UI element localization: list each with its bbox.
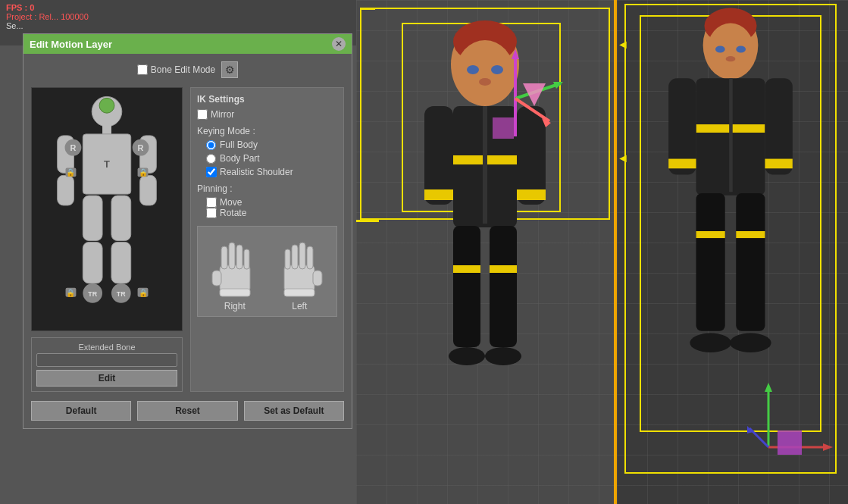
mannequin-panel: T R R <box>31 87 183 331</box>
move-input[interactable] <box>206 197 217 208</box>
left-arrow-mid: ◄ <box>617 152 629 165</box>
full-body-label: Full Body <box>220 139 258 150</box>
svg-rect-39 <box>299 243 305 269</box>
right-hand-label: Right <box>224 301 246 311</box>
full-body-radio-input[interactable] <box>206 140 216 150</box>
viewport-left <box>356 0 614 504</box>
mirror-input[interactable] <box>197 109 208 120</box>
svg-rect-85 <box>696 231 725 238</box>
pinning-label: Pinning : <box>197 183 337 194</box>
rotate-input[interactable] <box>206 208 217 218</box>
svg-text:🔒: 🔒 <box>139 288 149 298</box>
svg-text:🔒: 🔒 <box>66 167 76 177</box>
svg-text:TR: TR <box>88 290 97 298</box>
edit-motion-layer-dialog: Edit Motion Layer ✕ Bone Edit Mode ⚙ <box>23 33 352 429</box>
bone-edit-mode-checkbox[interactable]: Bone Edit Mode <box>137 64 215 75</box>
keying-mode-options: Full Body Body Part <box>206 139 337 164</box>
svg-rect-17 <box>83 196 102 240</box>
svg-rect-83 <box>696 193 725 331</box>
dialog-title: Edit Motion Layer <box>30 39 112 50</box>
realistic-shoulder-checkbox[interactable]: Realistic Shoulder <box>206 167 337 177</box>
viewport-right: ◄ ◄ <box>614 0 848 504</box>
move-checkbox[interactable]: Move <box>206 197 337 208</box>
svg-rect-19 <box>83 242 102 283</box>
mirror-checkbox[interactable]: Mirror <box>197 109 337 120</box>
rotate-checkbox[interactable]: Rotate <box>206 208 337 218</box>
left-hand-figure <box>273 231 326 299</box>
svg-point-88 <box>730 333 771 352</box>
svg-point-87 <box>690 333 731 352</box>
bone-edit-mode-input[interactable] <box>137 64 148 75</box>
mirror-label: Mirror <box>211 109 234 120</box>
rotate-label: Rotate <box>220 208 246 218</box>
svg-text:R: R <box>138 143 144 152</box>
project-display: Project : Rel... 100000 <box>6 12 350 21</box>
gizmo-right <box>738 371 837 470</box>
svg-text:TR: TR <box>117 290 126 298</box>
svg-rect-32 <box>229 243 235 269</box>
bottom-buttons: Default Reset Set as Default <box>31 401 344 421</box>
set-as-default-button[interactable]: Set as Default <box>244 401 344 421</box>
fps-display: FPS : 0 <box>6 3 350 12</box>
svg-point-74 <box>736 45 746 52</box>
gear-button[interactable]: ⚙ <box>221 61 238 78</box>
svg-rect-38 <box>307 246 313 269</box>
svg-rect-84 <box>736 193 765 331</box>
svg-rect-95 <box>778 430 802 455</box>
svg-rect-54 <box>424 189 453 200</box>
svg-rect-41 <box>285 249 290 269</box>
svg-rect-81 <box>668 159 696 169</box>
body-part-label: Body Part <box>220 153 260 164</box>
svg-point-60 <box>449 347 485 365</box>
reset-button[interactable]: Reset <box>137 401 237 421</box>
corner-marker-bl <box>356 220 379 222</box>
body-part-radio[interactable]: Body Part <box>206 153 337 164</box>
svg-point-75 <box>726 56 736 61</box>
left-hand-label: Left <box>292 301 307 311</box>
svg-rect-57 <box>490 226 517 347</box>
svg-text:R: R <box>70 143 77 152</box>
right-hand-item: Right <box>208 231 261 311</box>
svg-rect-59 <box>490 265 517 273</box>
svg-point-72 <box>707 23 754 78</box>
right-hand-figure <box>208 231 261 299</box>
svg-rect-30 <box>212 271 221 286</box>
realistic-shoulder-label: Realistic Shoulder <box>220 167 293 177</box>
svg-point-73 <box>715 45 725 52</box>
dialog-body: Bone Edit Mode ⚙ <box>23 54 352 428</box>
dialog-titlebar: Edit Motion Layer ✕ <box>23 34 352 54</box>
dialog-close-button[interactable]: ✕ <box>332 37 346 51</box>
svg-marker-63 <box>512 49 519 59</box>
default-button[interactable]: Default <box>31 401 131 421</box>
svg-rect-68 <box>493 117 514 139</box>
left-arrow-top: ◄ <box>617 38 629 52</box>
svg-marker-90 <box>765 383 772 392</box>
full-body-radio[interactable]: Full Body <box>206 139 337 150</box>
svg-marker-92 <box>823 443 833 451</box>
extended-bone-value <box>36 353 177 367</box>
svg-text:🔒: 🔒 <box>66 288 76 298</box>
sel-display: Se... <box>6 21 350 30</box>
extended-bone-label: Extended Bone <box>36 343 177 352</box>
svg-rect-6 <box>58 175 74 205</box>
hands-row: Right <box>202 231 332 311</box>
ik-settings-title: IK Settings <box>197 94 337 105</box>
realistic-shoulder-input[interactable] <box>206 167 217 177</box>
svg-rect-37 <box>313 271 322 286</box>
svg-rect-58 <box>453 265 480 273</box>
svg-rect-2 <box>102 125 111 134</box>
main-content: T R R <box>31 87 344 392</box>
svg-rect-55 <box>517 189 546 200</box>
svg-rect-42 <box>284 289 314 296</box>
svg-point-61 <box>485 347 521 365</box>
svg-rect-82 <box>765 159 792 169</box>
svg-rect-34 <box>244 249 249 269</box>
svg-rect-86 <box>736 231 765 238</box>
pinning-options: Move Rotate <box>206 197 337 218</box>
svg-text:T: T <box>104 158 110 170</box>
body-part-radio-input[interactable] <box>206 154 216 164</box>
svg-rect-35 <box>220 289 250 296</box>
svg-point-1 <box>99 98 114 113</box>
corner-marker-tl <box>360 8 375 10</box>
extended-bone-edit-button[interactable]: Edit <box>36 370 177 387</box>
